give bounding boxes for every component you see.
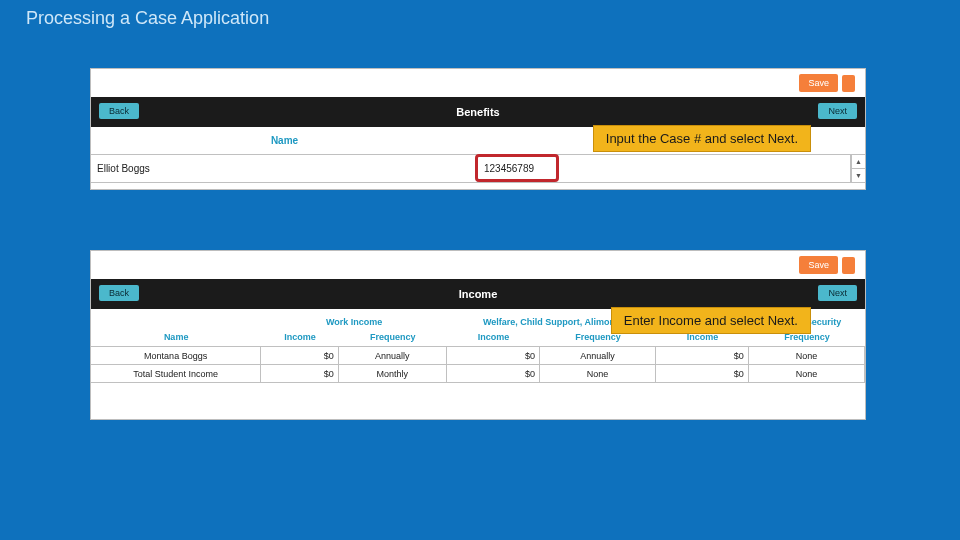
back-button[interactable]: Back bbox=[99, 103, 139, 119]
col-name: Name bbox=[91, 332, 261, 342]
row-welfare-freq[interactable]: Annually bbox=[540, 347, 656, 364]
row-pension-freq[interactable]: None bbox=[749, 347, 865, 364]
back-button[interactable]: Back bbox=[99, 285, 139, 301]
case-number-input[interactable]: 123456789 bbox=[478, 155, 851, 182]
income-panel: Save Back Income Next Enter Income and s… bbox=[90, 250, 866, 420]
benefits-panel: Save Back Benefits Next Input the Case #… bbox=[90, 68, 866, 190]
benefits-title: Benefits bbox=[456, 106, 499, 118]
income-callout: Enter Income and select Next. bbox=[611, 307, 811, 334]
col-income-2: Income bbox=[447, 332, 540, 342]
row-work-freq[interactable]: Monthly bbox=[339, 365, 447, 382]
save-button[interactable]: Save bbox=[799, 256, 838, 274]
income-row: Total Student Income $0 Monthly $0 None … bbox=[91, 365, 865, 383]
toolbar-bottom: Save bbox=[91, 251, 865, 279]
income-title: Income bbox=[459, 288, 498, 300]
toolbar-top: Save bbox=[91, 69, 865, 97]
row-welfare-income[interactable]: $0 bbox=[447, 365, 540, 382]
benefits-data-row: Elliot Boggs 123456789 ▲ ▼ bbox=[91, 155, 865, 183]
next-button[interactable]: Next bbox=[818, 285, 857, 301]
records-icon[interactable] bbox=[842, 257, 855, 274]
row-work-income[interactable]: $0 bbox=[261, 365, 338, 382]
income-row: Montana Boggs $0 Annually $0 Annually $0… bbox=[91, 347, 865, 365]
row-welfare-freq[interactable]: None bbox=[540, 365, 656, 382]
case-number-stepper[interactable]: ▲ ▼ bbox=[851, 155, 865, 182]
records-icon[interactable] bbox=[842, 75, 855, 92]
group-work-income: Work Income bbox=[261, 317, 447, 327]
row-pension-freq[interactable]: None bbox=[749, 365, 865, 382]
row-pension-income[interactable]: $0 bbox=[656, 347, 749, 364]
row-name[interactable]: Montana Boggs bbox=[91, 347, 261, 364]
row-work-income[interactable]: $0 bbox=[261, 347, 338, 364]
chevron-up-icon[interactable]: ▲ bbox=[852, 155, 865, 169]
row-name[interactable]: Total Student Income bbox=[91, 365, 261, 382]
row-welfare-income[interactable]: $0 bbox=[447, 347, 540, 364]
name-cell[interactable]: Elliot Boggs bbox=[91, 155, 478, 182]
col-income-1: Income bbox=[261, 332, 338, 342]
col-freq-1: Frequency bbox=[339, 332, 447, 342]
next-button[interactable]: Next bbox=[818, 103, 857, 119]
row-work-freq[interactable]: Annually bbox=[339, 347, 447, 364]
header-name: Name bbox=[91, 135, 478, 146]
save-button[interactable]: Save bbox=[799, 74, 838, 92]
row-pension-income[interactable]: $0 bbox=[656, 365, 749, 382]
benefits-callout: Input the Case # and select Next. bbox=[593, 125, 811, 152]
chevron-down-icon[interactable]: ▼ bbox=[852, 169, 865, 182]
slide-title: Processing a Case Application bbox=[26, 8, 269, 29]
benefits-navbar: Back Benefits Next Input the Case # and … bbox=[91, 97, 865, 127]
income-navbar: Back Income Next Enter Income and select… bbox=[91, 279, 865, 309]
